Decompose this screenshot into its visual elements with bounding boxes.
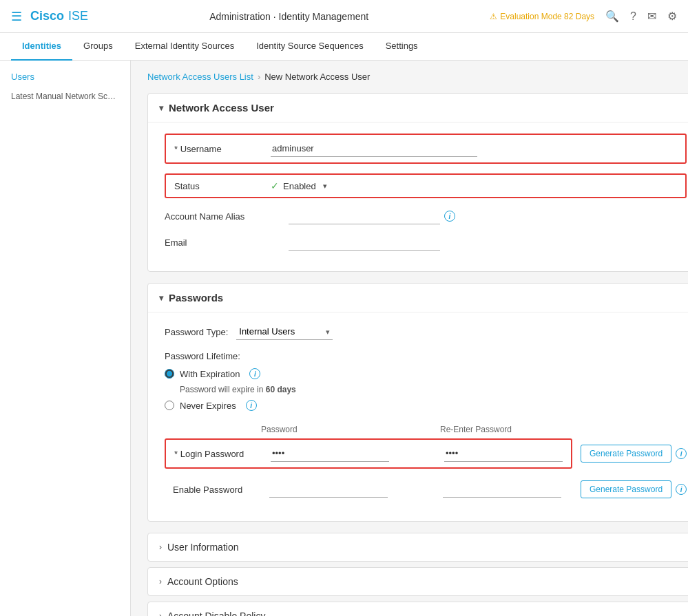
login-password-reenter-input[interactable] — [444, 445, 563, 462]
account-alias-row: Account Name Alias i — [165, 208, 687, 224]
password-type-row: Password Type: Internal Users — [165, 323, 687, 340]
account-alias-label: Account Name Alias — [165, 211, 289, 222]
status-value: Enabled — [283, 181, 316, 191]
with-expiration-row: With Expiration i — [165, 368, 687, 379]
tab-external-identity-sources[interactable]: External Identity Sources — [124, 33, 246, 61]
reenter-col-header: Re-Enter Password — [440, 425, 536, 434]
status-label: Status — [174, 181, 271, 191]
account-alias-input[interactable] — [289, 208, 440, 224]
email-label: Email — [165, 237, 289, 248]
password-lifetime-label: Password Lifetime: — [165, 351, 687, 361]
password-type-label: Password Type: — [165, 327, 228, 337]
cisco-logo: Cisco ISE — [30, 9, 88, 23]
enable-generate-password-button[interactable]: Generate Password — [581, 480, 671, 498]
passwords-title: Passwords — [169, 292, 223, 304]
passwords-section: ▾ Passwords Password Type: Internal User… — [147, 283, 688, 522]
account-disable-policy-title: Account Disable Policy — [167, 610, 265, 616]
network-access-user-section: ▾ Network Access User * Username Status … — [147, 93, 688, 272]
account-disable-expand-icon: › — [159, 611, 162, 616]
user-information-section: › User Information — [147, 533, 688, 562]
with-expiration-info-icon[interactable]: i — [249, 368, 260, 379]
status-chevron-icon: ▾ — [323, 182, 327, 191]
username-input[interactable] — [271, 140, 477, 157]
never-expires-radio[interactable] — [165, 401, 174, 410]
cisco-brand-text: Cisco — [30, 9, 64, 23]
tab-groups[interactable]: Groups — [72, 33, 124, 61]
hamburger-menu-icon[interactable]: ☰ — [11, 9, 22, 24]
enable-password-field-container: Enable Password — [165, 477, 572, 502]
enable-password-input[interactable] — [269, 481, 388, 498]
network-access-user-body: * Username Status ✓ Enabled ▾ Account Na… — [148, 123, 688, 271]
email-input[interactable] — [289, 234, 440, 251]
page-title: Administration · Identity Management — [88, 11, 490, 22]
password-type-select[interactable]: Internal Users — [236, 323, 333, 340]
top-navigation: ☰ Cisco ISE Administration · Identity Ma… — [0, 0, 688, 33]
login-password-field-container: * Login Password — [165, 438, 572, 469]
network-access-user-title: Network Access User — [169, 102, 274, 114]
secondary-navigation: Identities Groups External Identity Sour… — [0, 33, 688, 61]
never-expires-info-icon[interactable]: i — [246, 400, 257, 411]
never-expires-label: Never Expires — [180, 401, 236, 411]
breadcrumb-current: New Network Access User — [264, 72, 370, 82]
enable-password-reenter-input[interactable] — [443, 481, 561, 498]
expiry-note: Password will expire in 60 days — [180, 385, 687, 394]
passwords-body: Password Type: Internal Users Password L… — [148, 312, 688, 521]
breadcrumb: Network Access Users List › New Network … — [147, 72, 688, 82]
account-options-header[interactable]: › Account Options — [148, 568, 688, 595]
sidebar-item-users[interactable]: Users — [0, 66, 130, 87]
login-generate-password-button[interactable]: Generate Password — [581, 445, 671, 463]
tab-settings[interactable]: Settings — [375, 33, 429, 61]
account-disable-policy-header[interactable]: › Account Disable Policy — [148, 602, 688, 616]
breadcrumb-separator: › — [258, 72, 260, 82]
sidebar-item-manual-scan[interactable]: Latest Manual Network Scan Res... — [0, 87, 130, 105]
account-options-section: › Account Options — [147, 567, 688, 596]
login-password-info-icon[interactable]: i — [676, 448, 687, 459]
tab-identities[interactable]: Identities — [11, 33, 72, 61]
help-icon[interactable]: ? — [630, 10, 636, 23]
enable-password-info-icon[interactable]: i — [676, 484, 687, 495]
collapse-icon: ▾ — [159, 103, 163, 113]
user-information-header[interactable]: › User Information — [148, 533, 688, 561]
search-icon[interactable]: 🔍 — [605, 10, 619, 23]
account-options-expand-icon: › — [159, 577, 162, 586]
eval-mode-text: Evaluation Mode 82 Days — [500, 12, 594, 21]
username-label: * Username — [174, 144, 271, 154]
status-dropdown[interactable]: ✓ Enabled ▾ — [271, 180, 327, 191]
eval-mode-badge: ⚠ Evaluation Mode 82 Days — [490, 12, 594, 21]
login-password-row: * Login Password Generate Password i — [165, 438, 687, 469]
username-field-container: * Username — [165, 134, 687, 164]
enable-password-row: Enable Password Generate Password i — [165, 477, 687, 502]
main-content: Network Access Users List › New Network … — [131, 61, 688, 616]
check-icon: ✓ — [271, 180, 279, 191]
warning-icon: ⚠ — [490, 12, 497, 21]
login-password-input[interactable] — [271, 445, 389, 462]
with-expiration-radio[interactable] — [165, 369, 174, 379]
password-type-select-wrapper: Internal Users — [236, 323, 333, 340]
passwords-collapse-icon: ▾ — [159, 293, 163, 303]
settings-icon[interactable]: ⚙ — [667, 10, 677, 23]
user-information-title: User Information — [167, 542, 238, 553]
ise-product-text: ISE — [68, 9, 88, 23]
with-expiration-label: With Expiration — [180, 369, 240, 379]
network-access-user-header[interactable]: ▾ Network Access User — [148, 94, 688, 123]
breadcrumb-link[interactable]: Network Access Users List — [147, 72, 253, 82]
email-row: Email — [165, 234, 687, 251]
notifications-icon[interactable]: ✉ — [647, 10, 656, 23]
status-field-container: Status ✓ Enabled ▾ — [165, 173, 687, 198]
never-expires-row: Never Expires i — [165, 400, 687, 411]
account-alias-info-icon[interactable]: i — [444, 211, 455, 222]
enable-password-label: Enable Password — [173, 485, 269, 495]
login-password-label: * Login Password — [174, 449, 271, 459]
password-column-headers: Password Re-Enter Password — [261, 425, 687, 434]
main-layout: Users Latest Manual Network Scan Res... … — [0, 61, 688, 616]
password-col-header: Password — [261, 425, 357, 434]
tab-identity-source-sequences[interactable]: Identity Source Sequences — [245, 33, 374, 61]
passwords-header[interactable]: ▾ Passwords — [148, 284, 688, 312]
sidebar: Users Latest Manual Network Scan Res... — [0, 61, 131, 616]
account-disable-policy-section: › Account Disable Policy — [147, 602, 688, 616]
account-options-title: Account Options — [167, 576, 238, 587]
user-info-expand-icon: › — [159, 542, 162, 552]
